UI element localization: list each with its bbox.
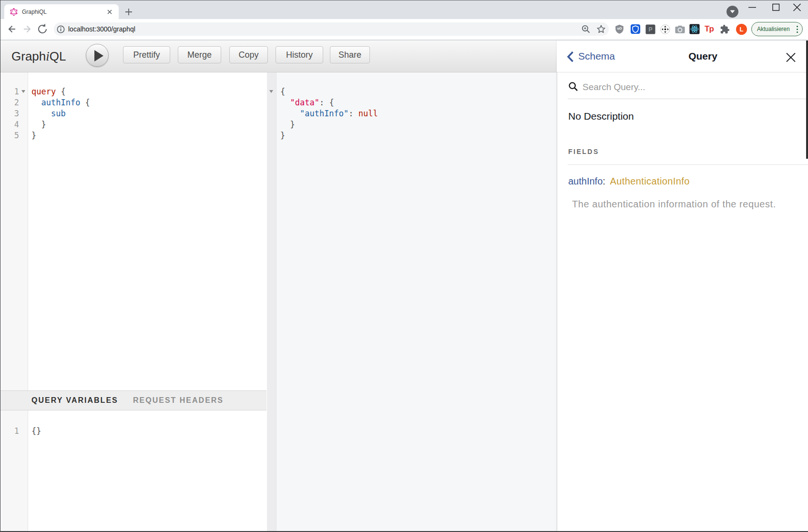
window-minimize-button[interactable] — [745, 2, 760, 17]
code-line: "authInfo": null — [280, 108, 378, 119]
doc-type-description: No Description — [568, 110, 634, 123]
chrome-update-button[interactable]: Aktualisieren — [751, 22, 803, 36]
graphql-favicon-icon — [10, 8, 18, 18]
ublock-extension-icon[interactable]: uO — [614, 24, 624, 36]
history-button[interactable]: History — [276, 46, 323, 63]
profile-avatar[interactable]: L — [736, 24, 747, 35]
tp-extension-icon[interactable]: Tp — [705, 24, 714, 34]
code-line: } — [280, 130, 378, 141]
tab-query-variables[interactable]: QUERY VARIABLES — [31, 391, 118, 410]
code-line: query { — [31, 86, 90, 97]
code-line: } — [31, 119, 90, 130]
react-devtools-extension-icon[interactable] — [689, 24, 700, 36]
doc-field-row: authInfo: AuthenticationInfo — [568, 175, 690, 187]
doc-search-input[interactable] — [583, 79, 764, 96]
doc-search-icon — [568, 82, 579, 94]
code-line: {} — [31, 426, 41, 437]
bookmark-star-icon[interactable] — [596, 24, 606, 36]
code-line: } — [280, 119, 378, 130]
code-line: sub — [31, 108, 90, 119]
tab-close-icon[interactable] — [105, 8, 114, 16]
query-editor-code[interactable]: query { authInfo { sub }} — [31, 86, 90, 141]
code-line: "data": { — [280, 97, 378, 108]
move-cross-extension-icon[interactable] — [660, 24, 670, 36]
tab-title: GraphiQL — [22, 9, 47, 15]
window-border-top — [0, 0, 808, 0]
doc-field-type-link[interactable]: AuthenticationInfo — [610, 176, 689, 186]
merge-button[interactable]: Merge — [178, 46, 221, 63]
p-extension-icon[interactable]: P — [645, 24, 655, 36]
code-line: } — [31, 130, 90, 141]
doc-close-icon[interactable] — [786, 52, 796, 62]
url-text[interactable]: localhost:3000/graphql — [68, 19, 135, 40]
address-bar[interactable] — [54, 22, 609, 36]
doc-scrollbar-thumb[interactable] — [806, 41, 808, 159]
doc-fields-section-label: FIELDS — [568, 147, 599, 156]
doc-field-name-link[interactable]: authInfo — [568, 176, 603, 186]
tab-request-headers[interactable]: REQUEST HEADERS — [133, 391, 224, 410]
result-viewer — [267, 72, 557, 532]
bitwarden-extension-icon[interactable] — [630, 24, 641, 36]
result-fold-arrow-icon[interactable] — [269, 90, 273, 93]
variables-editor-code[interactable]: {} — [31, 426, 41, 437]
chrome-update-label: Aktualisieren — [757, 22, 790, 36]
doc-back-link[interactable]: Schema — [578, 41, 615, 72]
tab-search-caret-icon[interactable] — [726, 6, 738, 18]
svg-text:P: P — [648, 26, 652, 33]
prettify-button[interactable]: Prettify — [123, 46, 170, 63]
new-tab-button[interactable] — [122, 5, 135, 19]
doc-fields-divider — [568, 164, 808, 165]
extensions-puzzle-icon[interactable] — [720, 24, 730, 36]
zoom-indicator-icon[interactable] — [581, 24, 591, 36]
reload-button-icon[interactable] — [34, 21, 51, 37]
back-button-icon[interactable] — [4, 21, 20, 37]
browser-tab-strip — [0, 0, 808, 19]
copy-button[interactable]: Copy — [229, 46, 268, 63]
browser-tab[interactable] — [4, 4, 119, 19]
result-fold-gutter — [267, 72, 276, 532]
doc-field-description: The authentication information of the re… — [572, 198, 776, 210]
result-viewer-code: { "data": { "authInfo": null }} — [280, 86, 378, 141]
variables-editor-line-numbers: 1 — [0, 426, 19, 437]
forward-button-icon[interactable] — [19, 21, 35, 37]
query-editor-line-numbers: 1 2 3 4 5 — [0, 86, 19, 141]
fold-arrow-icon[interactable] — [21, 90, 25, 93]
window-close-button[interactable] — [789, 2, 805, 17]
doc-back-chevron-icon[interactable] — [566, 41, 574, 72]
site-info-icon[interactable] — [57, 25, 65, 35]
code-line: { — [280, 86, 378, 97]
browser-menu-kebab-icon[interactable] — [797, 26, 798, 33]
graphiql-logo: GraphiQL — [11, 41, 66, 72]
execute-query-button[interactable] — [86, 44, 109, 67]
play-icon — [94, 50, 103, 61]
doc-search-divider — [568, 99, 808, 99]
code-line: authInfo { — [31, 97, 90, 108]
share-button[interactable]: Share — [330, 46, 370, 63]
svg-text:uO: uO — [617, 27, 622, 30]
window-maximize-button[interactable] — [768, 2, 784, 17]
secondary-editor-tabs: QUERY VARIABLES REQUEST HEADERS — [0, 390, 266, 410]
camera-extension-icon[interactable] — [675, 25, 685, 36]
window-border-left — [0, 0, 0, 532]
